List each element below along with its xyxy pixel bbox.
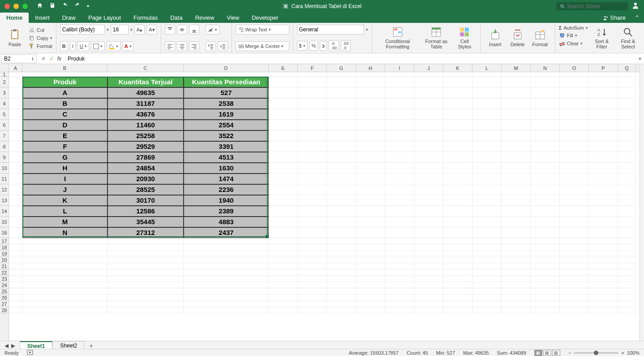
cell-O5[interactable] <box>560 109 589 120</box>
cell-M19[interactable] <box>502 251 531 257</box>
fx-button[interactable]: fx <box>57 56 61 62</box>
cell-F2[interactable] <box>298 77 327 87</box>
cell-H3[interactable] <box>356 87 385 98</box>
cell-B1[interactable] <box>22 72 107 77</box>
cell-J6[interactable] <box>414 120 443 130</box>
cell-J18[interactable] <box>414 244 443 251</box>
cell-K9[interactable] <box>443 152 472 163</box>
cell-E24[interactable] <box>269 282 298 288</box>
cell-H2[interactable] <box>356 77 385 87</box>
cell-P25[interactable] <box>589 288 618 295</box>
cell-E22[interactable] <box>269 269 298 276</box>
cell-C23[interactable] <box>107 276 184 282</box>
cell-D15[interactable]: 4883 <box>184 217 269 227</box>
cell-G11[interactable] <box>327 174 356 184</box>
cell-A14[interactable] <box>9 206 22 217</box>
cell-G23[interactable] <box>327 276 356 282</box>
row-header-21[interactable]: 21 <box>0 263 9 269</box>
cell-N22[interactable] <box>531 269 560 276</box>
cell-B11[interactable]: I <box>22 174 107 184</box>
insert-cells-button[interactable]: Insert <box>484 25 507 51</box>
cell-F26[interactable] <box>298 295 327 301</box>
cell-M17[interactable] <box>502 238 531 244</box>
row-header-10[interactable]: 10 <box>0 163 9 174</box>
copy-button[interactable]: Copy▾ <box>29 35 52 42</box>
cell-K19[interactable] <box>443 251 472 257</box>
cell-C9[interactable]: 27869 <box>107 152 184 163</box>
cell-H21[interactable] <box>356 263 385 269</box>
cell-O26[interactable] <box>560 295 589 301</box>
tab-insert[interactable]: Insert <box>29 13 56 23</box>
collapse-ribbon-button[interactable]: ⌃ <box>630 13 644 23</box>
sort-filter-button[interactable]: AZSort & Filter <box>591 25 613 51</box>
cell-C2[interactable]: Kuantitas Terjual <box>107 77 184 87</box>
minimize-window-button[interactable] <box>13 4 19 9</box>
cell-B20[interactable] <box>22 257 107 263</box>
undo-icon[interactable] <box>62 2 68 10</box>
cell-F28[interactable] <box>298 307 327 313</box>
cell-K14[interactable] <box>443 206 472 217</box>
cell-E8[interactable] <box>269 141 298 152</box>
cell-K26[interactable] <box>443 295 472 301</box>
col-header-B[interactable]: B <box>22 64 107 72</box>
wrap-text-button[interactable]: Wrap Text▾ <box>236 25 289 35</box>
cell-M15[interactable] <box>502 217 531 227</box>
cell-A2[interactable] <box>9 77 22 87</box>
col-header-Q[interactable]: Q <box>618 64 636 72</box>
cell-P27[interactable] <box>589 301 618 307</box>
cell-I14[interactable] <box>385 206 414 217</box>
cell-Q2[interactable] <box>618 77 636 87</box>
cell-I28[interactable] <box>385 307 414 313</box>
cell-J26[interactable] <box>414 295 443 301</box>
col-header-M[interactable]: M <box>502 64 531 72</box>
cell-E27[interactable] <box>269 301 298 307</box>
macro-record-icon[interactable] <box>27 350 33 356</box>
tab-formulas[interactable]: Formulas <box>127 13 164 23</box>
cell-D25[interactable] <box>184 288 269 295</box>
cell-A5[interactable] <box>9 109 22 120</box>
cell-O3[interactable] <box>560 87 589 98</box>
cell-Q16[interactable] <box>618 227 636 238</box>
cell-K4[interactable] <box>443 98 472 109</box>
cell-N17[interactable] <box>531 238 560 244</box>
cell-Q3[interactable] <box>618 87 636 98</box>
col-header-J[interactable]: J <box>414 64 443 72</box>
cell-A16[interactable] <box>9 227 22 238</box>
cell-I10[interactable] <box>385 163 414 174</box>
increase-decimal-button[interactable]: .0.00 <box>329 40 339 51</box>
cell-O12[interactable] <box>560 184 589 195</box>
cell-Q15[interactable] <box>618 217 636 227</box>
cell-O23[interactable] <box>560 276 589 282</box>
cell-A22[interactable] <box>9 269 22 276</box>
cell-O9[interactable] <box>560 152 589 163</box>
cell-P24[interactable] <box>589 282 618 288</box>
cell-N12[interactable] <box>531 184 560 195</box>
cell-D21[interactable] <box>184 263 269 269</box>
cell-E5[interactable] <box>269 109 298 120</box>
cell-I12[interactable] <box>385 184 414 195</box>
col-header-D[interactable]: D <box>184 64 269 72</box>
select-all-corner[interactable] <box>0 64 9 72</box>
col-header-I[interactable]: I <box>385 64 414 72</box>
cell-N20[interactable] <box>531 257 560 263</box>
cell-F5[interactable] <box>298 109 327 120</box>
cell-J17[interactable] <box>414 238 443 244</box>
cell-N26[interactable] <box>531 295 560 301</box>
cell-O16[interactable] <box>560 227 589 238</box>
cell-C18[interactable] <box>107 244 184 251</box>
cell-H6[interactable] <box>356 120 385 130</box>
cell-C28[interactable] <box>107 307 184 313</box>
cell-L6[interactable] <box>472 120 502 130</box>
cell-B25[interactable] <box>22 288 107 295</box>
font-name-combo[interactable] <box>60 25 105 35</box>
cell-G9[interactable] <box>327 152 356 163</box>
cell-O1[interactable] <box>560 72 589 77</box>
cell-J8[interactable] <box>414 141 443 152</box>
cell-D20[interactable] <box>184 257 269 263</box>
tab-home[interactable]: Home <box>0 13 29 23</box>
cell-D28[interactable] <box>184 307 269 313</box>
cell-E16[interactable] <box>269 227 298 238</box>
cell-B15[interactable]: M <box>22 217 107 227</box>
page-layout-view-button[interactable]: ▤ <box>543 350 551 356</box>
cell-L12[interactable] <box>472 184 502 195</box>
